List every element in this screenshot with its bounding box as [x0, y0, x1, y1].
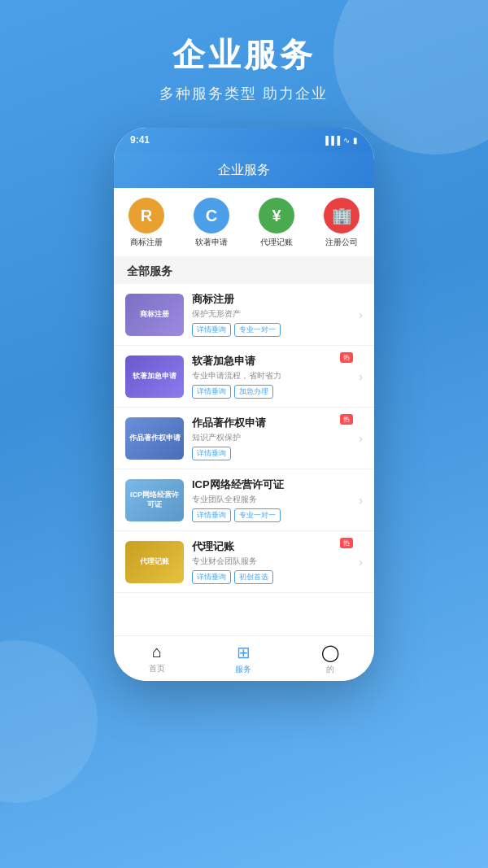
service-name-icp: ICP网络经营许可证: [192, 478, 351, 492]
service-name-works: 作品著作权申请: [192, 416, 351, 430]
service-thumb-icp: ICP网络经营许可证: [125, 479, 184, 521]
service-desc-agent: 专业财会团队服务: [192, 556, 351, 567]
nav-item-mine[interactable]: ◯ 的: [321, 643, 339, 675]
service-thumb-works: 作品著作权申请: [125, 417, 184, 460]
tag-detail-i: 详情垂询: [192, 508, 231, 522]
trademark-icon-circle: R: [129, 198, 164, 233]
sub-title: 多种服务类型 助力企业: [0, 84, 488, 103]
mine-icon: ◯: [321, 643, 339, 662]
service-info-trademark: 商标注册 保护无形资产 详情垂询 专业一对一: [192, 292, 351, 337]
service-info-agent: 代理记账 专业财会团队服务 详情垂询 初创首选: [192, 539, 351, 584]
service-name-agent: 代理记账: [192, 539, 351, 554]
tag-detail-s: 详情垂询: [192, 385, 231, 399]
trademark-icon-label: 商标注册: [130, 237, 163, 248]
thumb-text-icp: ICP网络经营许可证: [125, 489, 184, 511]
chevron-icon-a: ›: [359, 556, 363, 569]
thumb-text-agent: 代理记账: [138, 556, 171, 569]
software-icon-circle: C: [194, 198, 229, 233]
service-item-works[interactable]: 热 作品著作权申请 作品著作权申请 知识产权保护 详情垂询 ›: [114, 408, 374, 469]
service-thumb-agent: 代理记账: [125, 541, 184, 583]
status-time: 9:41: [130, 134, 150, 146]
tag-startup: 初创首选: [234, 570, 273, 584]
chevron-icon-s: ›: [359, 370, 363, 383]
service-label: 服务: [235, 664, 251, 675]
service-tags-icp: 详情垂询 专业一对一: [192, 508, 351, 522]
accounting-icon-label: 代理记账: [260, 237, 293, 248]
quick-icon-accounting[interactable]: ¥ 代理记账: [259, 198, 294, 248]
company-icon-label: 注册公司: [325, 237, 358, 248]
hot-badge-works: 热: [340, 414, 353, 425]
tag-professional-i: 专业一对一: [234, 508, 281, 522]
thumb-text-software: 软著加急申请: [131, 370, 178, 383]
wifi-icon: ∿: [343, 136, 350, 145]
bottom-nav: ⌂ 首页 ⊞ 服务 ◯ 的: [114, 635, 374, 681]
service-tags-software: 详情垂询 加急办理: [192, 385, 351, 399]
software-icon-label: 软著申请: [195, 237, 228, 248]
service-info-works: 作品著作权申请 知识产权保护 详情垂询: [192, 416, 351, 460]
service-desc-works: 知识产权保护: [192, 432, 351, 443]
service-name-trademark: 商标注册: [192, 292, 351, 307]
service-desc-trademark: 保护无形资产: [192, 308, 351, 320]
quick-icon-software[interactable]: C 软著申请: [194, 198, 229, 248]
hot-badge-agent: 热: [340, 538, 353, 548]
section-header: 全部服务: [114, 256, 374, 284]
service-tags-agent: 详情垂询 初创首选: [192, 570, 351, 584]
hero-header: 企业服务 多种服务类型 助力企业: [0, 0, 488, 120]
status-bar: 9:41 ▐▐▐ ∿ ▮: [114, 128, 374, 152]
thumb-text-works: 作品著作权申请: [128, 432, 182, 445]
signal-icon: ▐▐▐: [323, 136, 340, 145]
quick-icon-company[interactable]: 🏢 注册公司: [324, 198, 359, 248]
service-desc-icp: 专业团队全程服务: [192, 494, 351, 505]
service-name-software: 软著加急申请: [192, 354, 351, 369]
service-info-software: 软著加急申请 专业申请流程，省时省力 详情垂询 加急办理: [192, 354, 351, 399]
service-tags-trademark: 详情垂询 专业一对一: [192, 323, 351, 337]
service-item-software[interactable]: 热 软著加急申请 软著加急申请 专业申请流程，省时省力 详情垂询 加急办理 ›: [114, 346, 374, 408]
accounting-icon-circle: ¥: [259, 198, 294, 233]
service-info-icp: ICP网络经营许可证 专业团队全程服务 详情垂询 专业一对一: [192, 478, 351, 522]
chevron-icon-i: ›: [359, 494, 363, 507]
status-icons: ▐▐▐ ∿ ▮: [323, 136, 358, 145]
main-title: 企业服务: [0, 33, 488, 77]
service-item-trademark[interactable]: 商标注册 商标注册 保护无形资产 详情垂询 专业一对一 ›: [114, 284, 374, 346]
thumb-text-trademark: 商标注册: [138, 308, 171, 321]
tag-detail-a: 详情垂询: [192, 570, 231, 584]
phone-mockup: 9:41 ▐▐▐ ∿ ▮ 企业服务 R 商标注册 C 软著申请 ¥ 代理记账 🏢…: [114, 128, 374, 681]
chevron-icon: ›: [359, 308, 363, 321]
company-icon-circle: 🏢: [324, 198, 359, 233]
service-thumb-trademark: 商标注册: [125, 294, 184, 336]
app-header: 企业服务: [114, 152, 374, 188]
chevron-icon-w: ›: [359, 432, 363, 445]
mine-label: 的: [326, 664, 334, 675]
app-header-title: 企业服务: [218, 162, 270, 179]
service-list: 商标注册 商标注册 保护无形资产 详情垂询 专业一对一 › 热 软著加急申请 软…: [114, 284, 374, 635]
service-desc-software: 专业申请流程，省时省力: [192, 370, 351, 382]
tag-professional: 专业一对一: [234, 323, 281, 337]
service-item-agent[interactable]: 热 代理记账 代理记账 专业财会团队服务 详情垂询 初创首选 ›: [114, 531, 374, 593]
service-item-icp[interactable]: ICP网络经营许可证 ICP网络经营许可证 专业团队全程服务 详情垂询 专业一对…: [114, 469, 374, 531]
hot-badge-software: 热: [340, 352, 353, 363]
tag-detail: 详情垂询: [192, 323, 231, 337]
service-icon: ⊞: [237, 643, 251, 662]
battery-icon: ▮: [353, 136, 358, 145]
tag-urgent: 加急办理: [234, 385, 273, 399]
quick-icon-trademark[interactable]: R 商标注册: [129, 198, 164, 248]
home-icon: ⌂: [152, 643, 162, 661]
nav-item-service[interactable]: ⊞ 服务: [235, 643, 251, 675]
nav-item-home[interactable]: ⌂ 首页: [149, 643, 165, 674]
quick-icons-row: R 商标注册 C 软著申请 ¥ 代理记账 🏢 注册公司: [114, 188, 374, 256]
bg-decoration-bottom: [0, 640, 98, 803]
tag-detail-w: 详情垂询: [192, 447, 231, 460]
service-thumb-software: 软著加急申请: [125, 355, 184, 398]
service-tags-works: 详情垂询: [192, 447, 351, 460]
home-label: 首页: [149, 663, 165, 674]
